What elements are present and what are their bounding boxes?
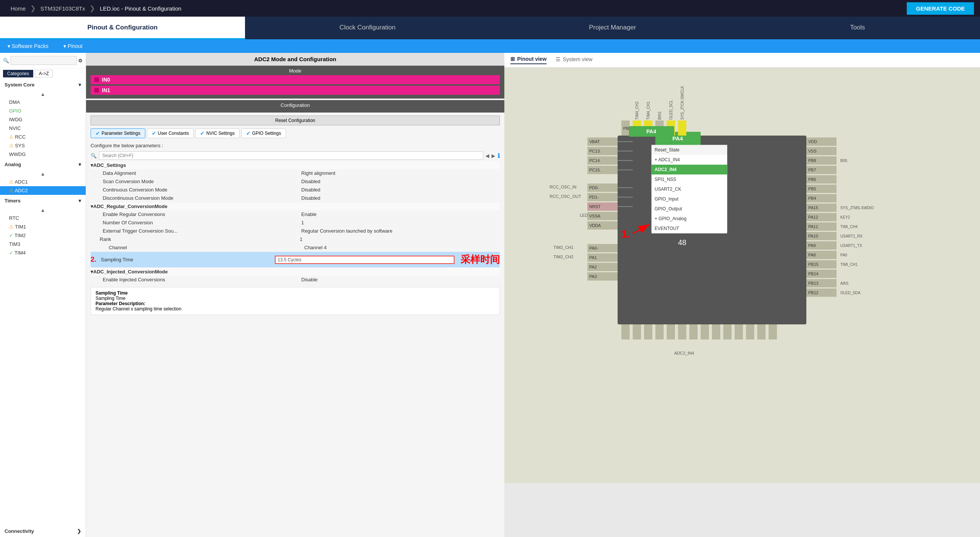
param-value-data-alignment: Right alignment (301, 171, 500, 176)
config-section: Configuration (86, 100, 504, 113)
svg-rect-99 (621, 324, 630, 339)
group-adc-injected-label: ADC_Injected_ConversionMode (93, 269, 168, 274)
section-analog[interactable]: Analog ▾ (0, 159, 86, 171)
param-value-channel: Channel 4 (304, 245, 500, 250)
breadcrumb-file[interactable]: LED.ioc - Pinout & Configuration (95, 5, 186, 12)
tab-nvic-settings[interactable]: ✔ NVIC Settings (195, 128, 239, 138)
filter-categories[interactable]: Categories (3, 70, 33, 77)
group-adc-regular[interactable]: ▾ ADC_Regular_ConversionMode (91, 202, 500, 210)
sidebar-item-tim1[interactable]: TIM1 (0, 222, 86, 231)
filter-atoz[interactable]: A->Z (35, 70, 53, 77)
settings-tabs: ✔ Parameter Settings ✔ User Constants ✔ … (86, 128, 504, 141)
mode-dot-in0 (94, 77, 99, 82)
tab-project-manager[interactable]: Project Manager (490, 17, 735, 39)
svg-text:VDD: VDD (808, 139, 817, 144)
sidebar-item-dma[interactable]: DMA (0, 98, 86, 107)
group-injected-expand-icon: ▾ (91, 269, 93, 274)
param-sampling-time[interactable]: 2. Sampling Time 13.5 Cycles 采样时间 (91, 252, 500, 268)
sidebar-item-rcc[interactable]: RCC (0, 132, 86, 141)
desc-subtitle: Sampling Time (95, 296, 495, 301)
sidebar-item-adc2[interactable]: ADC2 (0, 186, 86, 195)
param-name-enable-injected: Enable Injected Conversions (91, 277, 301, 282)
param-value-scan: Disabled (301, 178, 500, 184)
svg-text:+ GPIO_Analog: + GPIO_Analog (655, 216, 686, 221)
tab-pinout-configuration[interactable]: Pinout & Configuration (0, 17, 245, 39)
sidebar-search-input[interactable] (11, 56, 76, 65)
svg-text:PB6: PB6 (808, 177, 816, 182)
group-adc-injected[interactable]: ▾ ADC_Injected_ConversionMode (91, 268, 500, 276)
svg-text:PB13: PB13 (808, 281, 818, 285)
group-adc-settings[interactable]: ▾ ADC_Settings (91, 161, 500, 169)
param-enable-regular: Enable Regular Conversions Enable (91, 210, 500, 219)
main-layout: 🔍 ⚙ Categories A->Z System Core ▾ ▲ DMA … (0, 53, 980, 537)
mode-item-in0: IN0 (91, 75, 500, 84)
param-name-enable-regular: Enable Regular Conversions (91, 212, 301, 217)
tab-system-view[interactable]: ☰ System view (556, 56, 593, 64)
svg-text:SPI1_NSS: SPI1_NSS (655, 177, 676, 182)
breadcrumb-home[interactable]: Home (6, 5, 30, 12)
svg-text:PA1: PA1 (589, 255, 597, 260)
param-channel: Channel Channel 4 (91, 244, 500, 252)
sidebar-filter-tabs: Categories A->Z (0, 69, 86, 79)
svg-text:PA10: PA10 (808, 234, 818, 238)
sidebar-item-tim4[interactable]: TIM4 (0, 249, 86, 257)
section-connectivity[interactable]: Connectivity ❯ (0, 525, 86, 537)
sidebar-item-iwdg[interactable]: IWDG (0, 115, 86, 124)
reset-configuration-button[interactable]: Reset Configuration (91, 116, 500, 125)
sidebar-item-nvic[interactable]: NVIC (0, 124, 86, 132)
tab-clock-configuration[interactable]: Clock Configuration (245, 17, 490, 39)
svg-text:PA9: PA9 (808, 243, 816, 248)
param-name-continuous: Continuous Conversion Mode (91, 187, 301, 193)
section-timers[interactable]: Timers ▾ (0, 195, 86, 207)
info-icon: ℹ (498, 152, 500, 159)
system-view-label: System view (563, 56, 593, 62)
generate-code-button[interactable]: GENERATE CODE (907, 2, 974, 15)
section-timers-chevron: ▾ (78, 198, 81, 204)
sidebar-item-gpio[interactable]: GPIO (0, 107, 86, 115)
settings-icon[interactable]: ⚙ (78, 58, 83, 64)
svg-text:PB5: PB5 (808, 186, 816, 191)
svg-text:PB7: PB7 (808, 168, 816, 172)
svg-rect-105 (689, 324, 698, 339)
sidebar-item-rtc[interactable]: RTC (0, 214, 86, 222)
sidebar-item-sys[interactable]: SYS (0, 141, 86, 150)
svg-text:PA0-: PA0- (589, 246, 598, 250)
svg-text:PA0: PA0 (840, 253, 848, 257)
svg-text:VSSA: VSSA (589, 214, 601, 218)
tab-pinout-view[interactable]: ⊞ Pinout view (511, 56, 547, 64)
desc-title: Sampling Time (95, 290, 495, 296)
sidebar-item-adc1[interactable]: ADC1 (0, 177, 86, 186)
sidebar-item-wwdg[interactable]: WWDG (0, 150, 86, 159)
param-search-icon: 🔍 (91, 153, 97, 159)
sub-tab-software-packs[interactable]: ▾ Software Packs (8, 43, 48, 49)
tab-gpio-settings[interactable]: ✔ GPIO Settings (241, 128, 286, 138)
svg-text:USART1_RX: USART1_RX (840, 234, 862, 238)
section-connectivity-chevron: ❯ (77, 528, 81, 534)
breadcrumb-mcu[interactable]: STM32F103C8Tx (36, 5, 89, 12)
param-name-rank: Rank (91, 236, 300, 242)
section-system-core[interactable]: System Core ▾ (0, 79, 86, 91)
tab-user-constants[interactable]: ✔ User Constants (147, 128, 194, 138)
param-search-input[interactable] (99, 151, 483, 160)
tab-parameter-settings[interactable]: ✔ Parameter Settings (91, 128, 145, 138)
svg-rect-97 (678, 121, 686, 135)
sidebar-item-tim3[interactable]: TIM3 (0, 240, 86, 249)
sub-tab-pinout[interactable]: ▾ Pinout (64, 43, 83, 49)
main-tab-bar: Pinout & Configuration Clock Configurati… (0, 17, 980, 39)
svg-text:USART2_CK: USART2_CK (655, 186, 681, 192)
tab-tools[interactable]: Tools (735, 17, 980, 39)
prev-icon[interactable]: ◀ (485, 153, 489, 159)
sidebar-item-tim2[interactable]: TIM2 (0, 231, 86, 240)
next-icon[interactable]: ▶ (492, 153, 495, 159)
mode-dot-in1 (94, 88, 99, 92)
center-panel: ADC2 Mode and Configuration Mode IN0 IN1… (86, 53, 504, 537)
scroll-up-system-core[interactable]: ▲ (0, 91, 86, 98)
svg-text:TIM4_CH1: TIM4_CH1 (646, 101, 651, 120)
param-num-conversion: Number Of Conversion 1 (91, 219, 500, 227)
scroll-up-timers[interactable]: ▲ (0, 207, 86, 214)
param-name-num-conversion: Number Of Conversion (91, 220, 301, 225)
param-continuous-conversion: Continuous Conversion Mode Disabled (91, 186, 500, 194)
param-ext-trigger: External Trigger Conversion Sou... Regul… (91, 227, 500, 235)
svg-text:OLED_SCL: OLED_SCL (669, 100, 673, 120)
scroll-up-analog[interactable]: ▲ (0, 171, 86, 177)
